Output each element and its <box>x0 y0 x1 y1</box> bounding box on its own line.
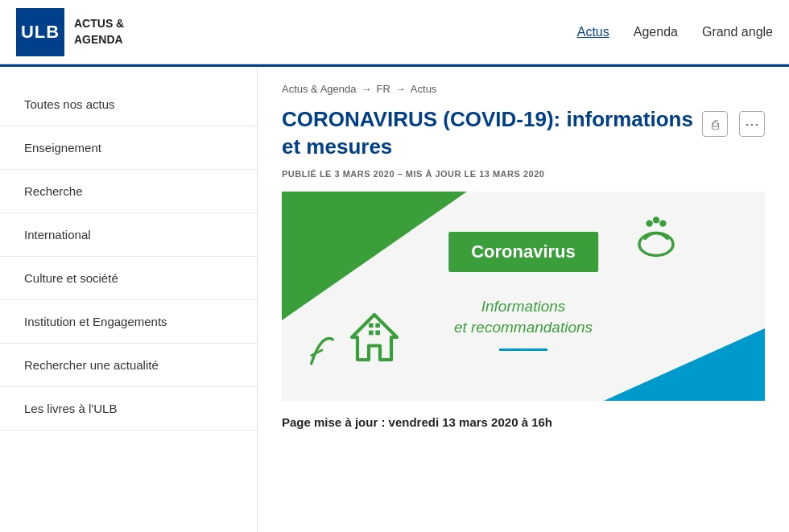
informations-text: Informations et recommandations <box>454 296 593 339</box>
sidebar-item-livres[interactable]: Les livres à l'ULB <box>0 387 257 431</box>
site-name: ACTUS &AGENDA <box>74 16 124 47</box>
nav-grand-angle[interactable]: Grand angle <box>702 25 773 39</box>
print-button[interactable]: ⎙ <box>702 111 728 137</box>
svg-point-8 <box>659 220 666 226</box>
breadcrumb: Actus & Agenda → FR → Actus <box>282 83 765 95</box>
breadcrumb-actus[interactable]: Actus <box>411 83 437 95</box>
info-line1: Informations <box>481 298 566 315</box>
logo-area: ULB ACTUS &AGENDA <box>16 8 124 56</box>
info-line2: et recommandations <box>454 319 593 336</box>
title-icons: ⎙ ⋯ <box>702 111 765 137</box>
title-row: CORONAVIRUS (COVID-19): informations et … <box>282 106 765 161</box>
svg-point-7 <box>653 217 659 223</box>
page-updated: Page mise à jour : vendredi 13 mars 2020… <box>282 415 765 429</box>
sidebar-item-institution[interactable]: Institution et Engagements <box>0 300 257 344</box>
sidebar-item-recherche[interactable]: Recherche <box>0 170 257 213</box>
green-triangle-decoration <box>282 192 467 320</box>
sidebar-item-culture[interactable]: Culture et société <box>0 257 257 300</box>
info-underline-decoration <box>499 348 547 351</box>
sidebar: Toutes nos actus Enseignement Recherche … <box>0 67 258 532</box>
house-icon <box>346 309 403 377</box>
article-date: PUBLIÉ LE 3 MARS 2020 – MIS À JOUR LE 13… <box>282 169 765 179</box>
svg-rect-1 <box>369 323 374 328</box>
sidebar-item-toutes[interactable]: Toutes nos actus <box>0 83 257 126</box>
nav-agenda[interactable]: Agenda <box>634 25 678 39</box>
blue-triangle-decoration <box>604 328 765 401</box>
page-updated-text: Page mise à jour : vendredi 13 mars 2020… <box>282 415 552 429</box>
ulb-logo: ULB <box>16 8 64 56</box>
share-icon: ⋯ <box>745 115 759 133</box>
main-layout: Toutes nos actus Enseignement Recherche … <box>0 67 789 532</box>
main-content: Actus & Agenda → FR → Actus CORONAVIRUS … <box>258 67 789 532</box>
wind-person-icon <box>306 330 338 377</box>
svg-marker-0 <box>352 315 397 360</box>
svg-rect-3 <box>369 330 374 335</box>
sidebar-item-enseignement[interactable]: Enseignement <box>0 126 257 170</box>
article-title: CORONAVIRUS (COVID-19): informations et … <box>282 106 702 161</box>
breadcrumb-fr[interactable]: FR <box>377 83 390 95</box>
svg-rect-4 <box>375 330 380 335</box>
svg-rect-2 <box>375 323 380 328</box>
banner-image: Coronavirus Informations et recommandati… <box>282 192 765 401</box>
main-nav: Actus Agenda Grand angle <box>577 25 773 39</box>
breadcrumb-arrow-1: → <box>361 83 372 95</box>
share-button[interactable]: ⋯ <box>739 111 765 137</box>
svg-point-6 <box>646 220 652 226</box>
breadcrumb-actus-agenda[interactable]: Actus & Agenda <box>282 83 357 95</box>
hands-washing-icon <box>628 208 684 274</box>
site-header: ULB ACTUS &AGENDA Actus Agenda Grand ang… <box>0 0 789 64</box>
breadcrumb-arrow-2: → <box>395 83 406 95</box>
print-icon: ⎙ <box>712 118 719 131</box>
svg-point-5 <box>639 233 673 255</box>
logo-text: ULB <box>21 22 60 43</box>
nav-actus[interactable]: Actus <box>577 25 609 39</box>
sidebar-item-international[interactable]: International <box>0 213 257 257</box>
sidebar-item-rechercher[interactable]: Rechercher une actualité <box>0 344 257 387</box>
coronavirus-label-box: Coronavirus <box>448 232 598 272</box>
